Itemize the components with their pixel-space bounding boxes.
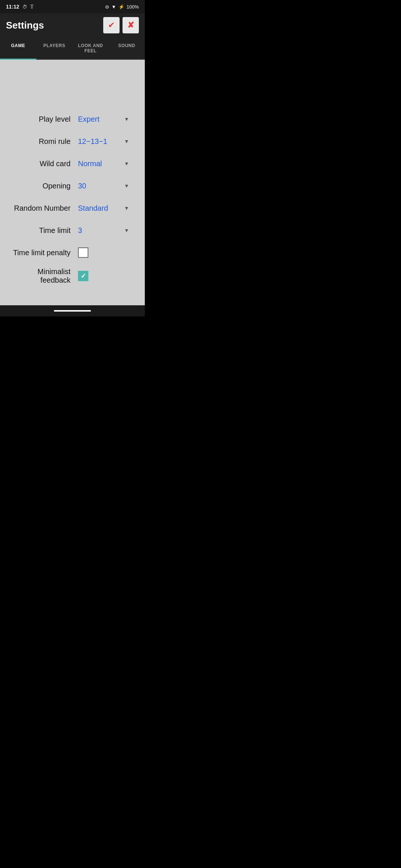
minimalist-feedback-label: Minimalist feedback [7, 267, 78, 285]
opening-label: Opening [7, 182, 78, 190]
wild-card-value: Normal [78, 160, 123, 168]
play-level-arrow[interactable]: ▼ [124, 116, 129, 122]
romi-rule-label: Romi rule [7, 137, 78, 146]
time-limit-penalty-label: Time limit penalty [7, 249, 78, 257]
setting-row-opening: Opening 30 ▼ [7, 178, 137, 193]
setting-row-play-level: Play level Expert ▼ [7, 112, 137, 126]
random-number-label: Random Number [7, 204, 78, 213]
tab-game[interactable]: GAME [0, 38, 36, 60]
opening-arrow[interactable]: ▼ [124, 183, 129, 189]
tab-sound[interactable]: SOUND [109, 38, 145, 60]
cancel-button[interactable]: ✘ [123, 17, 139, 33]
opening-value: 30 [78, 182, 123, 190]
settings-form: Play level Expert ▼ Romi rule 12−13−1 ▼ … [0, 112, 145, 285]
romi-rule-arrow[interactable]: ▼ [124, 138, 129, 144]
toolbar-actions: ✔ ✘ [103, 17, 139, 33]
romi-rule-control[interactable]: 12−13−1 ▼ [78, 137, 137, 146]
wild-card-label: Wild card [7, 160, 78, 168]
play-level-control[interactable]: Expert ▼ [78, 115, 137, 124]
x-icon: ✘ [127, 20, 134, 30]
time-limit-arrow[interactable]: ▼ [124, 227, 129, 233]
opening-control[interactable]: 30 ▼ [78, 182, 137, 190]
toolbar: Settings ✔ ✘ [0, 13, 145, 37]
time-limit-control[interactable]: 3 ▼ [78, 226, 137, 235]
minimalist-feedback-control: ✓ [78, 271, 137, 281]
wild-card-arrow[interactable]: ▼ [124, 161, 129, 167]
home-indicator[interactable] [54, 310, 91, 312]
medium-icon: ⏱ [22, 4, 27, 10]
battery-charging-icon: ⚡ [118, 4, 124, 10]
time-limit-penalty-control [78, 247, 137, 258]
setting-row-random-number: Random Number Standard ▼ [7, 201, 137, 216]
wifi-icon: ▼ [111, 4, 116, 10]
status-time: 11:12 [6, 4, 19, 10]
minimalist-feedback-checkmark: ✓ [81, 273, 86, 279]
random-number-control[interactable]: Standard ▼ [78, 204, 137, 213]
time-limit-penalty-checkbox[interactable] [78, 247, 88, 258]
wild-card-control[interactable]: Normal ▼ [78, 160, 137, 168]
main-content: Play level Expert ▼ Romi rule 12−13−1 ▼ … [0, 60, 145, 305]
bottom-bar [0, 305, 145, 316]
setting-row-time-limit: Time limit 3 ▼ [7, 223, 137, 238]
status-right: ⊖ ▼ ⚡ 100% [105, 4, 139, 10]
time-limit-value: 3 [78, 226, 123, 235]
setting-row-minimalist-feedback: Minimalist feedback ✓ [7, 267, 137, 285]
play-level-value: Expert [78, 115, 123, 124]
minimalist-feedback-checkbox[interactable]: ✓ [78, 271, 88, 281]
romi-rule-value: 12−13−1 [78, 137, 123, 146]
nytimes-icon: 𝕋 [30, 4, 34, 10]
status-left: 11:12 ⏱ 𝕋 [6, 4, 34, 10]
tab-bar: GAME PLAYERS LOOK AND FEEL SOUND [0, 37, 145, 60]
status-bar: 11:12 ⏱ 𝕋 ⊖ ▼ ⚡ 100% [0, 0, 145, 13]
setting-row-time-limit-penalty: Time limit penalty [7, 245, 137, 260]
confirm-button[interactable]: ✔ [103, 17, 120, 33]
random-number-value: Standard [78, 204, 123, 213]
tab-players[interactable]: PLAYERS [36, 38, 73, 60]
time-limit-label: Time limit [7, 226, 78, 235]
setting-row-wild-card: Wild card Normal ▼ [7, 156, 137, 171]
page-title: Settings [6, 20, 44, 31]
play-level-label: Play level [7, 115, 78, 124]
random-number-arrow[interactable]: ▼ [124, 205, 129, 211]
battery-level: 100% [127, 4, 139, 10]
checkmark-icon: ✔ [108, 20, 115, 30]
tab-look-and-feel[interactable]: LOOK AND FEEL [72, 38, 109, 60]
setting-row-romi-rule: Romi rule 12−13−1 ▼ [7, 134, 137, 149]
block-icon: ⊖ [105, 4, 109, 10]
